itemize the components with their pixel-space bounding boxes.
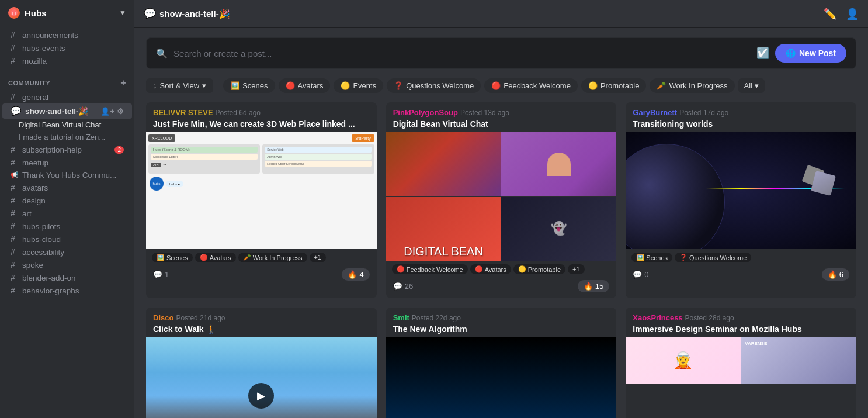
- post-card[interactable]: Smit Posted 22d ago The New Algorithm 💬 …: [386, 308, 617, 418]
- sort-view-button[interactable]: ↕ Sort & View ▾: [146, 78, 213, 93]
- settings-icon[interactable]: ⚙: [117, 107, 124, 116]
- post-title: Click to Walk 🚶: [153, 324, 370, 334]
- topbar-channel-name: 💬 show-and-tell-🎉: [144, 8, 230, 20]
- divider: [218, 81, 218, 91]
- promotable-emoji: 🟡: [588, 81, 598, 90]
- search-actions: ☑️ 🌐 New Post: [756, 44, 846, 63]
- questions-emoji: ❓: [394, 81, 403, 90]
- author-name[interactable]: PinkPolygonSoup: [393, 108, 458, 117]
- filter-avatars-button[interactable]: 🔴 Avatars: [279, 78, 331, 93]
- sidebar-item-hubs-cloud[interactable]: # hubs-cloud: [2, 233, 132, 246]
- hash-icon: #: [11, 234, 19, 244]
- play-button[interactable]: ▶: [248, 383, 274, 409]
- post-card[interactable]: GaryBurnett Posted 17d ago Transitioning…: [626, 102, 856, 298]
- post-card[interactable]: BELIVVR STEVE Posted 6d ago Just Five Mi…: [146, 102, 377, 298]
- new-post-button[interactable]: 🌐 New Post: [775, 44, 846, 63]
- post-image-cell: [386, 132, 501, 196]
- tag-more: +1: [310, 253, 327, 262]
- all-filter-button[interactable]: All ▾: [738, 78, 765, 93]
- sidebar-item-spoke[interactable]: # spoke: [2, 258, 132, 271]
- post-author: GaryBurnett Posted 17d ago: [633, 108, 849, 117]
- comment-icon: 💬: [153, 270, 162, 279]
- filter-events-button[interactable]: 🟡 Events: [334, 78, 383, 93]
- sidebar-item-thank-you[interactable]: 📢 Thank You Hubs Commu...: [2, 169, 132, 181]
- author-name[interactable]: Smit: [393, 313, 409, 322]
- profile-icon[interactable]: 👤: [846, 8, 859, 20]
- search-input[interactable]: [173, 49, 751, 58]
- sidebar-item-hubs-events[interactable]: # hubs-events: [2, 42, 132, 54]
- sidebar-item-mozilla[interactable]: # mozilla: [2, 54, 132, 67]
- sort-icon: ↕: [153, 81, 157, 90]
- comment-count: 💬 0: [633, 270, 648, 279]
- tag: 🔴Avatars: [470, 264, 511, 274]
- add-member-icon[interactable]: 👤+: [100, 107, 114, 116]
- reaction-count: 🔥 6: [822, 268, 849, 281]
- active-channel-label: show-and-tell-🎉: [25, 106, 89, 116]
- hash-icon: #: [11, 158, 19, 167]
- hash-icon: #: [11, 56, 19, 65]
- sidebar-item-show-and-tell[interactable]: 💬 show-and-tell-🎉 👤+ ⚙: [2, 103, 132, 119]
- edit-icon[interactable]: ✏️: [824, 8, 836, 20]
- author-name[interactable]: BELIVVR STEVE: [153, 108, 213, 117]
- posts-grid: BELIVVR STEVE Posted 6d ago Just Five Mi…: [146, 102, 856, 418]
- chevron-down-icon: ▼: [119, 9, 126, 17]
- add-channel-icon[interactable]: +: [120, 78, 126, 88]
- sidebar-item-subscription-help[interactable]: # subscription-help 2: [2, 143, 132, 156]
- post-header: Smit Posted 22d ago The New Algorithm: [386, 308, 617, 337]
- events-emoji: 🟡: [341, 81, 350, 90]
- filter-questions-button[interactable]: ❓ Questions Welcome: [387, 78, 481, 93]
- fire-emoji: 🔥: [828, 270, 837, 279]
- thread-digital-bean[interactable]: Digital Bean Virtual Chat: [0, 119, 134, 131]
- post-title: Transitioning worlds: [633, 119, 849, 129]
- sidebar-item-hubs-pilots[interactable]: # hubs-pilots: [2, 220, 132, 233]
- sidebar-item-art[interactable]: # art: [2, 207, 132, 220]
- server-logo: H: [8, 7, 20, 19]
- author-name[interactable]: Disco: [153, 313, 173, 322]
- hash-icon: #: [11, 196, 19, 205]
- scenes-emoji: 🖼️: [230, 81, 239, 90]
- inbox-icon[interactable]: ☑️: [756, 47, 769, 60]
- sidebar-item-blender-add-on[interactable]: # blender-add-on: [2, 271, 132, 284]
- chat-icon: 💬: [144, 8, 156, 20]
- community-category[interactable]: COMMUNITY +: [0, 70, 134, 91]
- comment-count: 💬 1: [153, 270, 169, 279]
- post-card[interactable]: PinkPolygonSoup Posted 13d ago Digital B…: [386, 102, 617, 298]
- post-author: Disco Posted 21d ago: [153, 313, 370, 322]
- filter-wip-button[interactable]: 🥕 Work In Progress: [650, 78, 734, 93]
- filter-promotable-button[interactable]: 🟡 Promotable: [581, 78, 646, 93]
- post-title: Just Five Min, We can create 3D Web Plac…: [153, 119, 370, 129]
- hash-icon: #: [11, 273, 19, 282]
- sidebar-item-design[interactable]: # design: [2, 194, 132, 207]
- filter-feedback-button[interactable]: 🔴 Feedback Welcome: [484, 78, 578, 93]
- post-image-cell: VARENSE: [741, 337, 856, 384]
- filter-scenes-button[interactable]: 🖼️ Scenes: [223, 78, 275, 93]
- post-time: Posted 17d ago: [679, 109, 728, 117]
- sidebar-item-meetup[interactable]: # meetup: [2, 156, 132, 169]
- post-card[interactable]: Disco Posted 21d ago Click to Walk 🚶 ▶ 💬…: [146, 308, 377, 418]
- tag: 🖼️Scenes: [631, 253, 672, 262]
- search-icon: 🔍: [156, 48, 168, 59]
- sidebar-item-announcements[interactable]: # announcements: [2, 29, 132, 42]
- content-area: 🔍 ☑️ 🌐 New Post ↕ Sort & View ▾ 🖼️ Scene…: [134, 28, 868, 418]
- post-footer: 💬 1 🔥 4: [146, 265, 377, 286]
- tag: 🟡Promotable: [513, 264, 565, 274]
- sidebar-item-accessibility[interactable]: # accessibility: [2, 246, 132, 258]
- server-header[interactable]: H Hubs ▼: [0, 0, 134, 26]
- sidebar: H Hubs ▼ # announcements # hubs-events #…: [0, 0, 134, 418]
- tag: 🥕Work In Progress: [238, 253, 307, 262]
- post-header: PinkPolygonSoup Posted 13d ago Digital B…: [386, 102, 617, 132]
- wip-emoji: 🥕: [657, 81, 666, 90]
- sidebar-item-avatars[interactable]: # avatars: [2, 181, 132, 194]
- post-card[interactable]: XaosPrincess Posted 28d ago Immersive De…: [626, 308, 856, 418]
- author-name[interactable]: GaryBurnett: [633, 108, 677, 117]
- topbar: 💬 show-and-tell-🎉 ✏️ 👤: [134, 0, 868, 28]
- post-header: Disco Posted 21d ago Click to Walk 🚶: [146, 308, 377, 337]
- topbar-actions: ✏️ 👤: [824, 8, 859, 20]
- tag-more: +1: [568, 264, 585, 274]
- post-image-grid: DIGITAL BEAN 👻: [386, 132, 617, 261]
- sidebar-item-general[interactable]: # general: [2, 91, 132, 103]
- author-name[interactable]: XaosPrincess: [633, 313, 682, 322]
- thread-tutorial[interactable]: I made a tutorial on Zen...: [0, 131, 134, 143]
- sidebar-item-behavior-graphs[interactable]: # behavior-graphs: [2, 284, 132, 297]
- hash-icon: #: [11, 286, 19, 295]
